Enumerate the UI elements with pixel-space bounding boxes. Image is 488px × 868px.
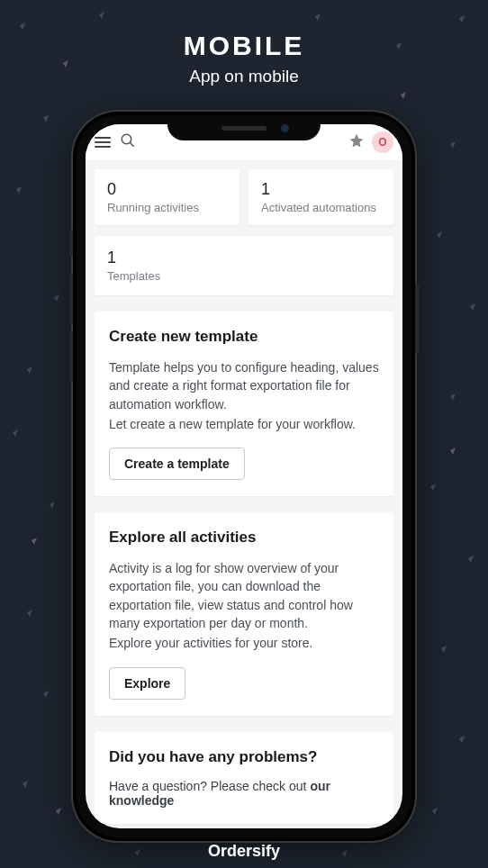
section-title: Explore all activities	[109, 529, 379, 547]
svg-point-30	[122, 134, 131, 144]
svg-marker-10	[99, 12, 104, 19]
svg-marker-11	[315, 14, 321, 21]
phone-mute-switch	[69, 229, 73, 256]
page-title: MOBILE	[0, 31, 488, 61]
star-icon[interactable]	[348, 132, 365, 152]
svg-marker-5	[13, 429, 18, 437]
footer-brand: Ordersify	[0, 842, 488, 861]
svg-marker-1	[43, 115, 49, 122]
section-body: Let create a new template for your workf…	[109, 415, 379, 433]
section-title: Create new template	[109, 328, 379, 346]
stat-running-activities[interactable]: 0 Running activities	[95, 169, 239, 225]
svg-marker-27	[32, 538, 37, 545]
svg-line-31	[130, 142, 134, 147]
svg-marker-22	[432, 808, 438, 815]
svg-marker-28	[56, 808, 61, 815]
phone-frame: O 0 Running activities 1 Activated autom…	[73, 112, 415, 841]
stat-value: 1	[107, 249, 381, 267]
explore-button[interactable]: Explore	[109, 667, 185, 700]
stat-activated-automations[interactable]: 1 Activated automations	[249, 169, 393, 225]
svg-marker-19	[468, 556, 474, 563]
stat-value: 1	[261, 180, 381, 199]
phone-volume-up	[69, 274, 73, 323]
svg-marker-13	[459, 15, 465, 23]
section-body: Activity is a log for show overview of y…	[109, 559, 379, 632]
help-body: Have a question? Please check out our kn…	[109, 779, 379, 808]
svg-marker-0	[20, 23, 25, 30]
phone-notch	[167, 115, 321, 140]
svg-marker-7	[27, 610, 32, 617]
menu-icon[interactable]	[95, 137, 111, 148]
stat-label: Templates	[107, 269, 381, 283]
phone-volume-down	[69, 332, 73, 382]
help-section: Did you have any problems? Have a questi…	[95, 732, 393, 824]
create-template-button[interactable]: Create a template	[109, 448, 245, 480]
section-title: Did you have any problems?	[109, 748, 379, 766]
stat-templates[interactable]: 1 Templates	[95, 236, 393, 295]
explore-activities-section: Explore all activities Activity is a log…	[95, 512, 393, 715]
app-screen: O 0 Running activities 1 Activated autom…	[86, 124, 402, 828]
svg-marker-16	[470, 303, 475, 311]
svg-marker-6	[50, 502, 55, 509]
svg-marker-2	[16, 186, 22, 194]
svg-marker-8	[43, 691, 49, 698]
svg-marker-17	[450, 393, 456, 401]
section-body: Template helps you to configure heading,…	[109, 358, 379, 413]
svg-marker-9	[23, 781, 28, 788]
svg-marker-20	[441, 646, 447, 653]
search-icon[interactable]	[120, 132, 136, 152]
create-template-section: Create new template Template helps you t…	[95, 312, 393, 496]
svg-marker-18	[430, 484, 436, 491]
svg-marker-14	[450, 141, 456, 149]
svg-marker-4	[27, 366, 32, 374]
svg-marker-26	[401, 92, 406, 99]
svg-marker-3	[54, 294, 59, 302]
section-body: Explore your activities for your store.	[109, 634, 379, 652]
stat-label: Running activities	[107, 201, 227, 214]
svg-marker-29	[450, 448, 456, 455]
page-subtitle: App on mobile	[0, 67, 488, 86]
help-text: Have a question? Please check out	[109, 779, 310, 793]
stat-value: 0	[107, 180, 227, 199]
stat-label: Activated automations	[261, 201, 381, 214]
svg-marker-21	[459, 736, 465, 743]
svg-marker-15	[437, 231, 442, 239]
phone-power-button	[415, 283, 419, 355]
user-avatar[interactable]: O	[372, 131, 393, 153]
